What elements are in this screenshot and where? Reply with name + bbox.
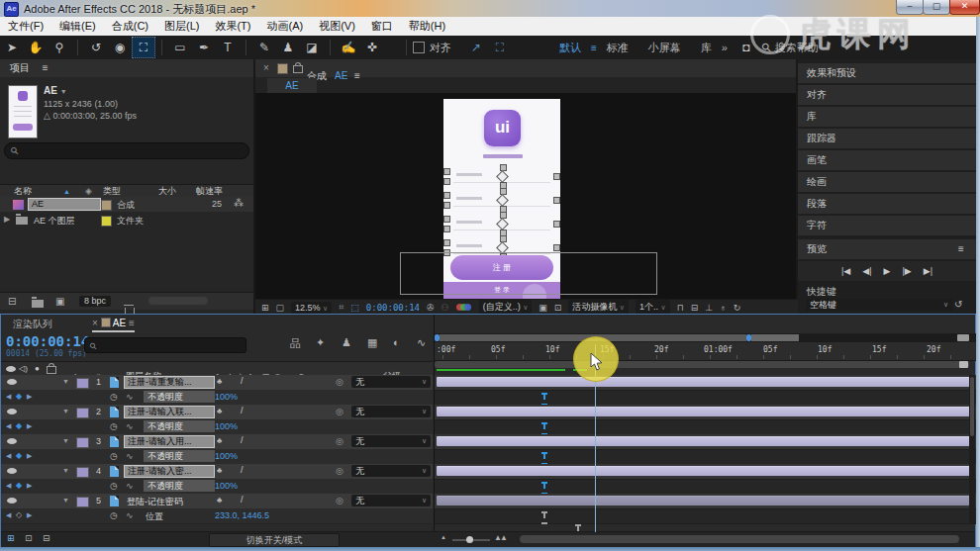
main-monitor-icon[interactable]: ▢ [276,303,285,313]
expand-icon[interactable]: ▼ [62,378,69,385]
timeline-comp-tab[interactable]: × AE ≡ [92,318,135,332]
layer-bar-2[interactable] [437,407,971,416]
last-frame-button[interactable]: ▶| [924,266,932,276]
project-item-thumbnail[interactable] [8,85,38,138]
layer-name[interactable]: 注册-请输入密... [124,465,215,478]
sampling-switch[interactable]: / [241,435,244,445]
snapshot-icon[interactable]: ✇ [427,303,435,313]
layer-bar-1[interactable] [437,377,971,387]
view-layout-dropdown[interactable]: 1个.. ∨ [636,300,670,315]
eraser-tool-icon[interactable]: ◪ [301,38,323,57]
prev-keyframe-icon[interactable]: ◀ [6,511,11,519]
expand-icon[interactable]: ▼ [62,408,69,414]
timeline-hscrollbar[interactable] [520,535,959,543]
layer-label-swatch[interactable] [76,378,89,389]
time-navigator[interactable] [435,333,977,342]
interpret-footage-icon[interactable]: ⊟ [8,293,16,310]
frame-blend-icon[interactable]: ▦ [367,336,377,349]
preview-panel-menu-icon[interactable]: ≡ [958,239,964,259]
layer-label-swatch[interactable] [76,497,89,507]
time-ruler[interactable]: :00f 05f 10f 15f 20f 01:00f 05f 10f 15f … [435,342,977,361]
property-value[interactable]: 100% [215,451,238,461]
next-keyframe-icon[interactable]: ▶ [27,511,32,519]
zoom-tool-icon[interactable]: ⚲ [49,38,70,57]
clone-stamp-tool-icon[interactable]: ♟ [277,38,299,57]
layer-name[interactable]: 登陆-记住密码 [127,496,183,508]
layer-name[interactable]: 注册-请重复输... [124,376,215,389]
tab-close-icon[interactable]: × [92,318,98,328]
layer-label-swatch[interactable] [76,408,89,418]
workspace-default[interactable]: 默认 [559,41,581,55]
parent-dropdown[interactable]: 无∨ [351,435,431,447]
graph-icon[interactable]: ∿ [126,510,134,520]
eye-icon[interactable] [7,379,17,385]
stopwatch-icon[interactable]: ◷ [110,421,118,431]
layer-bar-4[interactable] [437,466,971,476]
shy-layers-icon[interactable]: ♟ [342,336,351,349]
marquee-icon[interactable]: ⛶ [489,38,511,57]
quality-switch[interactable]: ♣ [217,436,222,445]
panel-brushes[interactable]: 画笔 [798,150,980,170]
prev-frame-button[interactable]: ◀| [862,266,871,276]
comp-panel-menu-icon[interactable]: ≡ [354,67,360,85]
property-name[interactable]: 不透明度 [144,480,215,492]
expand-icon[interactable]: ▼ [62,467,69,474]
reset-exposure-icon[interactable]: ↻ [734,303,741,313]
stopwatch-icon[interactable]: ◷ [110,510,118,520]
new-folder-icon[interactable] [32,300,44,308]
workspace-standard[interactable]: 标准 [607,41,629,55]
sampling-switch[interactable]: / [241,495,244,505]
panel-character[interactable]: 字符 [798,216,980,235]
viewer-timecode[interactable]: 0:00:00:14 [366,303,420,313]
next-keyframe-icon[interactable]: ▶ [27,452,32,460]
add-keyframe-icon[interactable]: ◆ [16,392,22,401]
fast-previews-icon[interactable]: ⊟ [691,303,699,313]
property-value[interactable]: 100% [215,421,238,431]
layer-label-swatch[interactable] [76,437,89,448]
close-button[interactable]: ✕ [949,0,980,15]
type-tool-icon[interactable]: T [217,38,239,57]
comp-viewer[interactable]: ui [255,93,796,299]
graph-icon[interactable]: ∿ [126,451,134,461]
property-name[interactable]: 不透明度 [144,391,215,403]
panel-libraries[interactable]: 库 [798,107,980,127]
draft-3d-icon[interactable]: ✦ [316,336,325,349]
layer-row-3[interactable]: ▼ 3 注册-请输入用... ♣ / ◎ 无∨ [1,434,433,450]
property-name[interactable]: 不透明度 [144,420,215,432]
render-queue-tab[interactable]: 渲染队列 [13,318,52,331]
project-tab[interactable]: 项目 [10,62,30,73]
parent-dropdown[interactable]: 无∨ [351,376,431,388]
screen-share-icon[interactable]: ◘ [735,38,757,57]
search-icon[interactable]: ⚲ [758,40,774,55]
rotation-tool-icon[interactable]: ↺ [85,38,107,57]
quality-switch[interactable]: ♣ [217,377,222,386]
property-value[interactable]: 233.0, 1446.5 [215,510,269,520]
reset-icon[interactable]: ↺ [954,299,962,310]
expand-transfer-controls-icon[interactable]: ⊡ [25,533,33,543]
layer-row-4[interactable]: ▼ 4 注册-请输入密... ♣ / ◎ 无∨ [1,464,433,480]
panel-tracker[interactable]: 跟踪器 [798,129,980,148]
property-value[interactable]: 100% [215,481,238,491]
sampling-switch[interactable]: / [241,406,244,415]
expand-icon[interactable]: ▼ [62,497,69,504]
parent-pickwhip-icon[interactable]: ◎ [336,407,343,416]
workspace-menu-icon[interactable]: ≡ [591,43,597,53]
quality-switch[interactable]: ♣ [217,496,222,505]
graph-icon[interactable]: ∿ [126,481,134,491]
quality-switch[interactable]: ♣ [217,407,222,415]
title-bar[interactable]: Ae Adobe After Effects CC 2018 - 无标题项目.a… [0,0,980,18]
tab-menu-icon[interactable]: ≡ [129,318,135,328]
prev-keyframe-icon[interactable]: ◀ [6,393,11,401]
keyframe[interactable] [541,511,547,524]
toggle-switches-modes-button[interactable]: 切换开关/模式 [209,533,340,547]
camera-tool-icon[interactable]: ◉ [109,38,131,57]
graph-icon[interactable]: ∿ [126,392,134,402]
menu-composition[interactable]: 合成(C) [104,19,156,34]
layer-bar-3[interactable] [437,436,971,446]
pixel-aspect-icon[interactable]: ⊓ [677,303,684,313]
zoom-in-mountain-icon[interactable]: ▲▲ [494,533,506,542]
mask-visibility-icon[interactable]: ⬚ [350,303,359,313]
panel-align[interactable]: 对齐 [798,85,980,105]
stopwatch-icon[interactable]: ◷ [110,481,118,491]
work-area-bar[interactable] [435,361,977,368]
